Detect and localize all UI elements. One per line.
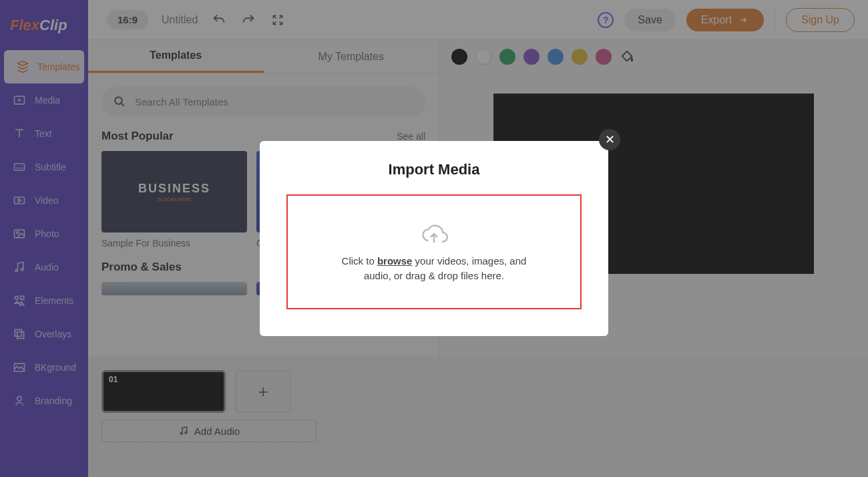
modal-overlay[interactable]: ✕ Import Media Click to browse your vide… — [0, 0, 868, 477]
import-media-modal: ✕ Import Media Click to browse your vide… — [260, 141, 608, 336]
close-icon[interactable]: ✕ — [599, 129, 620, 150]
upload-cloud-icon — [419, 220, 449, 247]
dropzone[interactable]: Click to browse your videos, images, and… — [286, 194, 582, 309]
dropzone-text: Click to browse your videos, images, and… — [334, 254, 534, 284]
modal-title: Import Media — [286, 161, 582, 178]
browse-link[interactable]: browse — [377, 255, 413, 267]
